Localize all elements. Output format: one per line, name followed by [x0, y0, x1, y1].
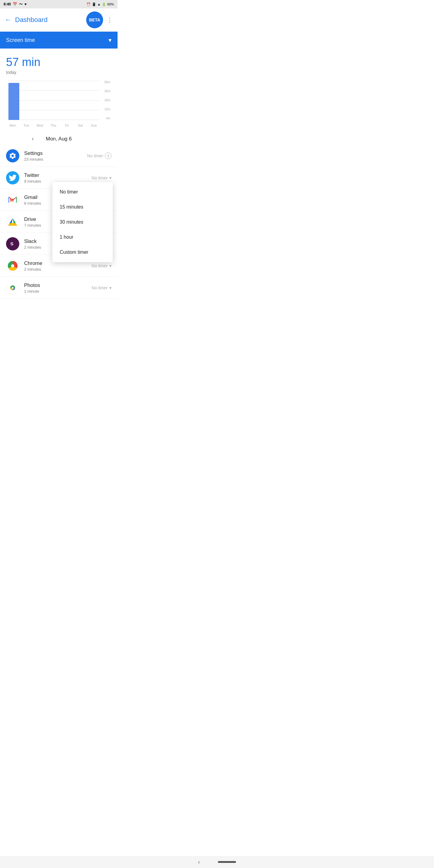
app-item-photos: Photos 1 minute No timer ▾ — [0, 277, 118, 299]
chart-wrapper: 60m 45m 30m 15m 0m — [6, 81, 112, 121]
settings-info-button[interactable]: ℹ — [105, 153, 112, 159]
page-title: Dashboard — [15, 16, 48, 24]
photos-timer-label: No timer — [92, 285, 107, 290]
photos-app-time: 1 minute — [24, 289, 92, 293]
y-label-30m: 30m — [104, 99, 110, 102]
chrome-timer-label: No timer — [92, 264, 107, 268]
bar-tue — [21, 81, 34, 120]
drive-app-icon — [6, 215, 19, 228]
back-button[interactable]: ← — [5, 16, 11, 24]
app-item-twitter: Twitter 9 minutes No timer ▾ No timer 15… — [0, 167, 118, 189]
twitter-app-icon — [6, 171, 19, 184]
timer-dropdown-menu[interactable]: No timer 15 minutes 30 minutes 1 hour Cu… — [53, 182, 113, 262]
twitter-timer-label: No timer — [92, 176, 107, 180]
header-right: BETA ⋮ — [86, 11, 113, 28]
screen-time-label: Screen time — [6, 37, 35, 43]
chrome-timer-dropdown-arrow[interactable]: ▾ — [110, 264, 112, 268]
calendar-icon: 📅 — [13, 2, 17, 6]
heart-icon: ♥ — [24, 2, 27, 6]
settings-app-time: 23 minutes — [24, 157, 87, 161]
photos-timer-dropdown-arrow[interactable]: ▾ — [110, 285, 112, 290]
photos-app-name: Photos — [24, 282, 92, 288]
x-label-sat: Sat — [73, 122, 87, 127]
bar-sun — [86, 81, 99, 120]
timer-option-15min[interactable]: 15 minutes — [53, 199, 113, 215]
status-time: 8:40 — [4, 2, 11, 6]
slack-app-icon: S — [6, 237, 19, 250]
gmail-app-icon: M — [6, 193, 19, 207]
chrome-timer[interactable]: No timer ▾ — [92, 264, 112, 268]
stats-section: 57 min today — [0, 49, 118, 130]
twitter-app-name: Twitter — [24, 173, 92, 179]
twitter-timer-dropdown-arrow[interactable]: ▾ — [110, 176, 112, 180]
timer-option-1hour[interactable]: 1 hour — [53, 230, 113, 245]
battery-icon: 🔋 — [102, 2, 106, 6]
bar-chart — [6, 81, 101, 120]
timer-option-30min[interactable]: 30 minutes — [53, 215, 113, 230]
alarm-icon: ⏰ — [87, 2, 91, 6]
wifi-icon: ▲ — [97, 2, 101, 6]
settings-timer-label: No timer — [87, 153, 103, 158]
app-item-settings: Settings 23 minutes No timer ℹ — [0, 145, 118, 167]
x-label-fri: Fri — [60, 122, 73, 127]
photos-timer[interactable]: No timer ▾ — [92, 285, 112, 290]
x-label-sun: Sun — [87, 122, 101, 127]
settings-app-info: Settings 23 minutes — [24, 150, 87, 161]
trending-icon: 〜 — [19, 2, 23, 7]
bar-sat — [73, 81, 87, 120]
svg-marker-4 — [8, 223, 17, 225]
svg-point-14 — [12, 287, 13, 289]
photos-app-info: Photos 1 minute — [24, 282, 92, 293]
x-label-thu: Thu — [47, 122, 60, 127]
chart-y-labels: 60m 45m 30m 15m 0m — [101, 81, 112, 120]
screen-time-banner[interactable]: Screen time ▾ — [0, 32, 118, 49]
battery-percent: 60% — [107, 2, 114, 6]
y-label-0m: 0m — [106, 117, 110, 120]
photos-app-icon — [6, 281, 19, 294]
settings-app-name: Settings — [24, 150, 87, 156]
chrome-app-time: 2 minutes — [24, 267, 92, 272]
svg-text:S: S — [10, 241, 13, 246]
total-time: 57 min — [6, 56, 112, 69]
svg-point-12 — [11, 264, 14, 267]
timer-option-custom[interactable]: Custom timer — [53, 245, 113, 260]
vibrate-icon: 📳 — [92, 2, 96, 6]
status-bar: 8:40 📅 〜 ♥ ⏰ 📳 ▲ 🔋 60% — [0, 0, 118, 8]
twitter-timer[interactable]: No timer ▾ — [92, 176, 112, 180]
status-right: ⏰ 📳 ▲ 🔋 60% — [87, 2, 114, 6]
beta-badge: BETA — [86, 11, 103, 28]
y-label-15m: 15m — [104, 108, 110, 111]
bar-mon — [7, 81, 21, 120]
prev-date-button[interactable]: ‹ — [32, 135, 34, 142]
settings-timer: No timer ℹ — [87, 153, 112, 159]
chrome-app-icon — [6, 259, 19, 273]
chart-area — [7, 81, 99, 120]
twitter-app-info: Twitter 9 minutes — [24, 173, 92, 184]
time-subtitle: today — [6, 70, 112, 75]
current-date: Mon, Aug 6 — [46, 136, 72, 142]
chart-x-labels: Mon Tue Wed Thu Fri Sat Sun — [6, 121, 112, 127]
x-label-wed: Wed — [33, 122, 47, 127]
settings-app-icon — [6, 149, 19, 162]
bar-thu — [47, 81, 60, 120]
app-list: Settings 23 minutes No timer ℹ Twitter 9… — [0, 145, 118, 323]
more-options-button[interactable]: ⋮ — [107, 16, 113, 24]
svg-text:M: M — [10, 197, 14, 203]
y-label-45m: 45m — [104, 90, 110, 93]
x-label-mon: Mon — [6, 122, 20, 127]
app-header: ← Dashboard BETA ⋮ — [0, 8, 118, 32]
x-label-tue: Tue — [20, 122, 33, 127]
header-left: ← Dashboard — [5, 16, 48, 24]
bar-wed — [33, 81, 47, 120]
bar-fri — [60, 81, 73, 120]
timer-option-no-timer[interactable]: No timer — [53, 184, 113, 199]
chart-bars — [7, 81, 99, 120]
date-navigation: ‹ Mon, Aug 6 › — [0, 130, 118, 145]
status-left: 8:40 📅 〜 ♥ — [4, 2, 27, 7]
screen-time-chevron: ▾ — [108, 36, 112, 44]
y-label-60m: 60m — [104, 81, 110, 84]
